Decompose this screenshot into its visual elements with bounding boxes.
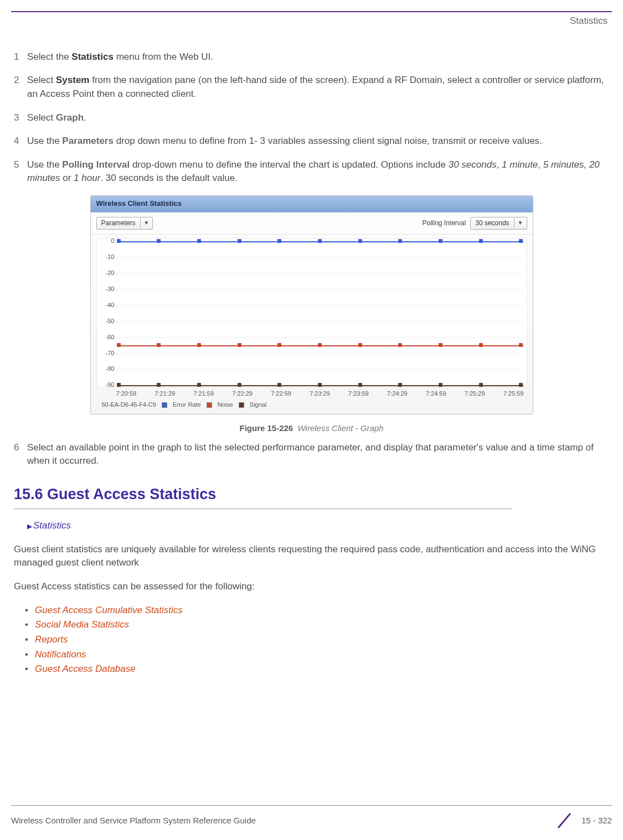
data-point[interactable] [157,383,161,387]
x-tick-label: 7:20:59 [116,390,137,398]
chart-panel: Wireless Client Statistics Parameters ▼ … [90,195,533,414]
running-header: Statistics [11,14,612,28]
xref-link[interactable]: Notifications [35,649,86,660]
chevron-down-icon: ▼ [514,218,527,229]
step-5: 5Use the Polling Interval drop-down menu… [14,158,609,185]
data-point[interactable] [318,239,322,243]
series-points[interactable] [117,239,523,243]
polling-interval-dropdown[interactable]: 30 seconds ▼ [470,217,527,230]
xref-link[interactable]: Guest Access Cumulative Statistics [35,605,183,615]
data-point[interactable] [157,343,161,347]
data-point[interactable] [238,239,241,243]
y-tick-label: -80 [99,365,115,374]
x-tick-label: 7:21:59 [193,390,214,398]
data-point[interactable] [398,239,402,243]
data-point[interactable] [479,383,483,387]
step-body: Select System from the navigation pane (… [27,74,609,101]
legend-swatch-noise [207,402,212,408]
data-point[interactable] [238,383,241,387]
step-1: 1Select the Statistics menu from the Web… [14,50,609,64]
data-point[interactable] [479,343,483,347]
legend-noise: Noise [218,401,233,409]
breadcrumb-arrow-icon: ▶ [27,522,32,530]
polling-interval-label: Polling Interval [422,219,466,228]
step-2: 2Select System from the navigation pane … [14,74,609,101]
y-tick-label: -70 [99,349,115,358]
step-body: Use the Polling Interval drop-down menu … [27,158,609,185]
data-point[interactable] [519,383,523,387]
data-point[interactable] [519,343,523,347]
data-point[interactable] [519,239,523,243]
data-point[interactable] [277,343,281,347]
footer-slash-icon [555,811,574,830]
data-point[interactable] [318,383,322,387]
legend-swatch-signal [239,402,244,408]
step-number: 3 [14,111,27,125]
legend-error-rate: Error Rate [173,401,201,409]
data-point[interactable] [358,383,362,387]
data-point[interactable] [439,383,442,387]
data-point[interactable] [238,343,241,347]
xref-item: Guest Access Database [25,662,609,676]
gridline [117,273,523,274]
data-point[interactable] [439,239,442,243]
y-tick-label: -90 [99,381,115,390]
xref-link[interactable]: Reports [35,634,68,645]
x-tick-label: 7:25:59 [503,390,524,398]
step-number: 5 [14,158,27,185]
data-point[interactable] [277,239,281,243]
data-point[interactable] [398,383,402,387]
section-heading: 15.6 Guest Access Statistics [14,484,609,505]
chart-title: Wireless Client Statistics [91,196,533,212]
y-tick-label: 0 [99,237,115,246]
data-point[interactable] [479,239,483,243]
y-tick-label: -30 [99,285,115,294]
figure-title: Wireless Client - Graph [298,423,384,433]
polling-interval-value: 30 seconds [471,217,513,229]
data-point[interactable] [197,343,201,347]
x-tick-label: 7:25:29 [465,390,485,398]
x-tick-label: 7:24:29 [387,390,408,398]
top-rule [11,11,612,12]
y-tick-label: -60 [99,333,115,342]
data-point[interactable] [197,383,201,387]
step-number: 1 [14,50,27,64]
plot-area[interactable]: 0-10-20-30-40-50-60-70-80-90 [96,238,527,387]
step-3: 3Select Graph. [14,111,609,125]
step-number: 4 [14,134,27,148]
data-point[interactable] [398,343,402,347]
y-tick-label: -10 [99,253,115,262]
y-tick-label: -50 [99,317,115,326]
step-number: 2 [14,74,27,101]
step-body: Use the Parameters drop down menu to def… [27,134,609,148]
data-point[interactable] [358,343,362,347]
xref-link[interactable]: Guest Access Database [35,663,136,674]
data-point[interactable] [277,383,281,387]
data-point[interactable] [197,239,201,243]
data-point[interactable] [117,239,121,243]
data-point[interactable] [117,343,121,347]
y-tick-label: -20 [99,269,115,278]
step-body: Select an available point in the graph t… [27,441,609,468]
x-tick-label: 7:22:29 [232,390,253,398]
gridline [117,369,523,370]
xref-item: Social Media Statistics [25,618,609,632]
xref-item: Guest Access Cumulative Statistics [25,604,609,618]
data-point[interactable] [439,343,442,347]
data-point[interactable] [157,239,161,243]
parameters-dropdown[interactable]: Parameters ▼ [96,217,153,230]
data-point[interactable] [318,343,322,347]
figure-caption: Figure 15-226 Wireless Client - Graph [14,422,609,434]
gridline [117,257,523,258]
step-4: 4Use the Parameters drop down menu to de… [14,134,609,148]
data-point[interactable] [358,239,362,243]
series-points[interactable] [117,343,523,347]
step-body: Select the Statistics menu from the Web … [27,50,609,64]
data-point[interactable] [117,383,121,387]
step-body: Select Graph. [27,111,609,125]
footer-page-number: 15 - 322 [581,815,612,827]
series-points[interactable] [117,383,523,387]
breadcrumb[interactable]: ▶Statistics [27,519,609,533]
chevron-down-icon: ▼ [140,218,153,229]
xref-link[interactable]: Social Media Statistics [35,619,129,630]
